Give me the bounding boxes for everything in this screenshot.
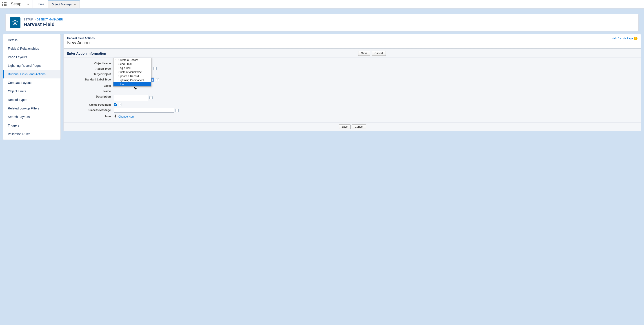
page-header: SETUP > OBJECT MANAGER Harvest Field — [6, 14, 638, 32]
nav-tabs: Home Object Manager — [32, 0, 80, 8]
label-success-message: Success Message — [67, 108, 114, 112]
sidebar: Details Fields & Relationships Page Layo… — [3, 34, 61, 140]
sidebar-item-lightning-pages[interactable]: Lightning Record Pages — [3, 61, 60, 70]
dd-option-flow[interactable]: Flow — [114, 82, 151, 86]
breadcrumb-setup: SETUP — [24, 18, 33, 21]
chevron-down-icon — [74, 3, 76, 6]
app-name: Setup — [8, 2, 24, 6]
action-type-dropdown-list: Create a Record Send Email Log a Call Cu… — [113, 58, 152, 86]
form-body: Create a Record Send Email Log a Call Cu… — [64, 58, 641, 122]
dd-option-create-record[interactable]: Create a Record — [114, 58, 151, 62]
tab-label: Home — [36, 2, 44, 6]
tab-object-manager[interactable]: Object Manager — [48, 0, 80, 8]
content-wrap: SETUP > OBJECT MANAGER Harvest Field Det… — [0, 8, 644, 325]
main-header: Harvest Field Actions New Action Help fo… — [64, 34, 641, 48]
object-icon — [10, 17, 20, 28]
dd-option-log-call[interactable]: Log a Call — [114, 66, 151, 70]
sidebar-item-triggers[interactable]: Triggers — [3, 121, 60, 130]
main-title: New Action — [67, 40, 94, 46]
main-subhead: Harvest Field Actions — [67, 37, 94, 40]
change-icon-link[interactable]: Change Icon — [118, 115, 134, 118]
app-chevron-icon[interactable] — [24, 2, 32, 6]
tab-label: Object Manager — [52, 3, 72, 6]
help-link[interactable]: Help for this Page ? — [612, 37, 638, 40]
dd-option-update-record[interactable]: Update a Record — [114, 74, 151, 78]
global-header: Setup Home Object Manager — [0, 0, 644, 8]
info-icon[interactable]: i — [119, 103, 122, 106]
label-target-object: Target Object — [67, 72, 114, 76]
app-launcher-button[interactable] — [0, 2, 8, 6]
label-description: Description — [67, 94, 114, 98]
section-title: Enter Action Information — [67, 52, 106, 55]
sidebar-item-record-types[interactable]: Record Types — [3, 96, 60, 104]
main-panel: Harvest Field Actions New Action Help fo… — [63, 34, 641, 131]
help-icon: ? — [634, 37, 638, 40]
label-object-name: Object Name — [67, 61, 114, 65]
header-text: SETUP > OBJECT MANAGER Harvest Field — [24, 18, 63, 28]
label-std-label-type: Standard Label Type — [67, 78, 114, 81]
breadcrumb: SETUP > OBJECT MANAGER — [24, 18, 63, 21]
info-icon[interactable]: i — [154, 67, 156, 70]
info-icon[interactable]: i — [176, 109, 179, 112]
sidebar-item-fields[interactable]: Fields & Relationships — [3, 44, 60, 53]
waffle-icon — [2, 2, 6, 6]
info-icon[interactable]: i — [150, 96, 152, 99]
create-feed-checkbox[interactable] — [114, 103, 117, 106]
dd-option-visualforce[interactable]: Custom Visualforce — [114, 70, 151, 74]
sidebar-item-compact-layouts[interactable]: Compact Layouts — [3, 78, 60, 87]
cancel-button-bottom[interactable]: Cancel — [352, 124, 366, 129]
label-create-feed: Create Feed Item — [67, 103, 114, 106]
label-action-type: Action Type — [67, 67, 114, 70]
page-title: Harvest Field — [24, 22, 63, 28]
lightning-icon — [114, 114, 117, 119]
sidebar-item-details[interactable]: Details — [3, 36, 60, 44]
sidebar-item-object-limits[interactable]: Object Limits — [3, 87, 60, 96]
save-button-top[interactable]: Save — [358, 51, 370, 56]
help-label: Help for this Page — [612, 37, 633, 40]
button-row-top: Save Cancel — [358, 51, 386, 56]
dd-option-send-email[interactable]: Send Email — [114, 62, 151, 66]
label-name: Name — [67, 89, 114, 93]
select-arrows-icon: ▲▼ — [151, 78, 154, 82]
sidebar-item-buttons-links[interactable]: Buttons, Links, and Actions — [3, 70, 60, 78]
save-button-bottom[interactable]: Save — [339, 124, 350, 129]
description-textarea[interactable] — [114, 94, 148, 101]
success-message-input[interactable] — [114, 108, 174, 112]
sidebar-item-validation-rules[interactable]: Validation Rules — [3, 130, 60, 138]
footer-buttons: Save Cancel — [64, 122, 641, 131]
breadcrumb-link[interactable]: OBJECT MANAGER — [36, 18, 63, 21]
sidebar-item-search-layouts[interactable]: Search Layouts — [3, 112, 60, 121]
tab-home[interactable]: Home — [32, 0, 48, 8]
label-icon: Icon — [67, 114, 114, 118]
info-icon[interactable]: i — [156, 78, 159, 81]
sidebar-item-lookup-filters[interactable]: Related Lookup Filters — [3, 104, 60, 112]
dd-option-lightning-component[interactable]: Lightning Component — [114, 78, 151, 82]
cancel-button-top[interactable]: Cancel — [372, 51, 386, 56]
section-header: Enter Action Information Save Cancel — [64, 49, 641, 58]
sidebar-item-page-layouts[interactable]: Page Layouts — [3, 53, 60, 61]
label-label: Label — [67, 84, 114, 88]
